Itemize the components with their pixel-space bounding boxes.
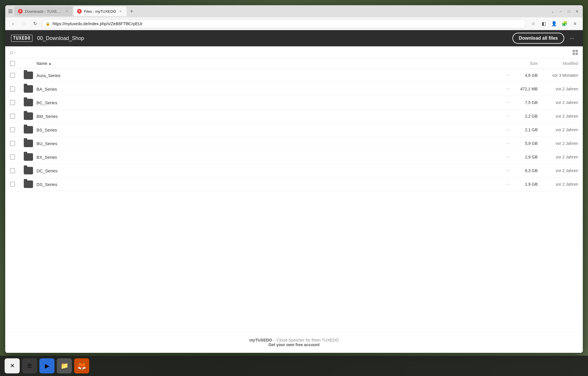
- row-more-button-0[interactable]: ···: [504, 72, 512, 79]
- extensions-button[interactable]: 🧩: [560, 19, 569, 28]
- tab-files[interactable]: ✕ Files - myTUXEDO ✕: [74, 6, 127, 16]
- forward-button[interactable]: ›: [20, 19, 28, 28]
- taskbar-menu[interactable]: ☰: [22, 358, 37, 373]
- minimize-button[interactable]: –: [557, 8, 564, 15]
- row-icon-cell-7: [20, 167, 36, 174]
- url-text: https://mytuxedo.de/index.php/s/ZeB8FTf8…: [52, 21, 523, 26]
- row-name-6: BX_Series: [36, 155, 491, 160]
- security-icon: 🔒: [45, 21, 50, 26]
- row-icon-cell-0: [20, 72, 36, 79]
- row-more-button-7[interactable]: ···: [504, 167, 512, 174]
- row-icon-cell-4: [20, 126, 36, 134]
- taskbar-files[interactable]: 📁: [57, 358, 72, 373]
- row-checkbox-3[interactable]: [10, 114, 15, 119]
- tab-favicon-files: ✕: [77, 9, 82, 14]
- back-button[interactable]: ‹: [9, 19, 17, 28]
- header-more-button[interactable]: ···: [567, 33, 577, 43]
- download-all-button[interactable]: Download all files: [512, 33, 564, 44]
- table-row[interactable]: BM_Series ··· 2,2 GB vor 2 Jahren: [10, 109, 578, 123]
- row-more-button-4[interactable]: ···: [504, 126, 512, 134]
- row-icon-cell-2: [20, 99, 36, 106]
- address-bar[interactable]: 🔒 https://mytuxedo.de/index.php/s/ZeB8FT…: [42, 19, 527, 28]
- folder-icon-7: [24, 167, 33, 174]
- pocket-button[interactable]: ◧: [539, 19, 548, 28]
- row-checkbox-cell-0: [10, 73, 20, 78]
- row-more-button-1[interactable]: ···: [504, 85, 512, 93]
- table-row[interactable]: Aura_Series ··· 4,6 GB vor 3 Monaten: [10, 69, 578, 82]
- footer-brand: myTUXEDO: [249, 338, 272, 342]
- account-button[interactable]: 👤: [550, 19, 558, 28]
- row-checkbox-2[interactable]: [10, 100, 15, 105]
- row-more-button-6[interactable]: ···: [504, 153, 512, 161]
- home-icon[interactable]: ⌂: [10, 49, 13, 55]
- svg-rect-2: [8, 12, 12, 13]
- row-size-6: 2,9 GB: [514, 155, 538, 159]
- row-more-button-3[interactable]: ···: [504, 112, 512, 120]
- row-name-3: BM_Series: [36, 114, 491, 119]
- row-checkbox-6[interactable]: [10, 154, 15, 160]
- row-modified-8: vor 2 Jahren: [538, 182, 578, 187]
- row-actions-cell-7: ···: [491, 167, 514, 174]
- row-name-8: DS_Series: [36, 182, 491, 187]
- app-header: TUXEDO 00_Download_Shop Download all fil…: [5, 30, 583, 46]
- tab-list-button[interactable]: ⌄: [549, 8, 556, 15]
- file-table: Name ▲ Size Modified Aura_Series ··· 4,6…: [5, 59, 583, 332]
- row-size-2: 7,5 GB: [514, 100, 538, 105]
- row-icon-cell-6: [20, 153, 36, 161]
- table-row[interactable]: BA_Series ··· 472,1 MB vor 2 Jahren: [10, 82, 578, 96]
- row-checkbox-8[interactable]: [10, 182, 15, 187]
- table-row[interactable]: BS_Series ··· 2,1 GB vor 2 Jahren: [10, 123, 578, 137]
- folder-icon-2: [24, 99, 33, 106]
- tab-close-downloads[interactable]: ✕: [64, 9, 69, 14]
- taskbar-firefox[interactable]: 🦊: [74, 358, 89, 373]
- close-window-button[interactable]: ✕: [574, 8, 580, 15]
- modified-column-header: Modified: [538, 61, 578, 66]
- footer-tagline: myTUXEDO – Cloud-Speicher für Ihren TUXE…: [11, 338, 577, 342]
- row-more-button-2[interactable]: ···: [504, 99, 512, 106]
- row-checkbox-cell-2: [10, 100, 20, 105]
- file-footer: myTUXEDO – Cloud-Speicher für Ihren TUXE…: [5, 332, 583, 353]
- table-row[interactable]: DS_Series ··· 1.9 GB vor 2 Jahren: [10, 178, 578, 191]
- menu-button[interactable]: ≡: [571, 19, 579, 28]
- row-more-button-8[interactable]: ···: [504, 180, 512, 188]
- table-row[interactable]: BC_Series ··· 7,5 GB vor 2 Jahren: [10, 96, 578, 109]
- row-icon-cell-8: [20, 180, 36, 188]
- row-checkbox-1[interactable]: [10, 86, 15, 92]
- row-size-5: 5,9 GB: [514, 141, 538, 146]
- row-checkbox-cell-8: [10, 182, 20, 187]
- folder-icon-6: [24, 153, 33, 161]
- header-checkbox-cell: [10, 61, 20, 66]
- row-checkbox-0[interactable]: [10, 73, 15, 78]
- svg-rect-3: [573, 50, 575, 52]
- name-column-header[interactable]: Name ▲: [36, 61, 491, 66]
- maximize-button[interactable]: □: [565, 8, 572, 15]
- tab-close-files[interactable]: ✕: [118, 9, 123, 14]
- row-modified-7: vor 2 Jahren: [538, 168, 578, 173]
- row-name-4: BS_Series: [36, 127, 491, 132]
- row-checkbox-7[interactable]: [10, 168, 15, 173]
- row-checkbox-4[interactable]: [10, 127, 15, 132]
- row-size-0: 4,6 GB: [514, 73, 538, 78]
- row-size-8: 1.9 GB: [514, 182, 538, 187]
- sort-arrow-icon: ▲: [48, 62, 52, 65]
- taskbar-tuxedo[interactable]: ✕: [5, 358, 20, 373]
- tuxedo-logo: TUXEDO: [11, 35, 32, 42]
- table-row[interactable]: DC_Series ··· 6,3 GB vor 2 Jahren: [10, 164, 578, 178]
- row-checkbox-5[interactable]: [10, 141, 15, 146]
- footer-tagline-text: – Cloud-Speicher für Ihren TUXEDO: [273, 338, 339, 342]
- new-tab-button[interactable]: +: [128, 7, 136, 15]
- row-modified-3: vor 2 Jahren: [538, 114, 578, 118]
- select-all-checkbox[interactable]: [10, 61, 15, 66]
- bookmark-button[interactable]: ☆: [529, 19, 538, 28]
- row-checkbox-cell-7: [10, 168, 20, 173]
- reload-button[interactable]: ↻: [31, 19, 39, 28]
- table-header: Name ▲ Size Modified: [10, 59, 578, 69]
- row-more-button-5[interactable]: ···: [504, 140, 512, 147]
- view-toggle-button[interactable]: [572, 50, 578, 55]
- table-row[interactable]: BX_Series ··· 2,9 GB vor 2 Jahren: [10, 150, 578, 164]
- tab-downloads[interactable]: ✕ Downloads - TUXEDO Com ✕: [14, 6, 72, 16]
- window-menu-icon[interactable]: [8, 8, 13, 14]
- table-row[interactable]: BU_Series ··· 5,9 GB vor 2 Jahren: [10, 137, 578, 150]
- taskbar-store[interactable]: ▶: [39, 358, 54, 373]
- footer-cta[interactable]: Get your own free account: [11, 342, 577, 347]
